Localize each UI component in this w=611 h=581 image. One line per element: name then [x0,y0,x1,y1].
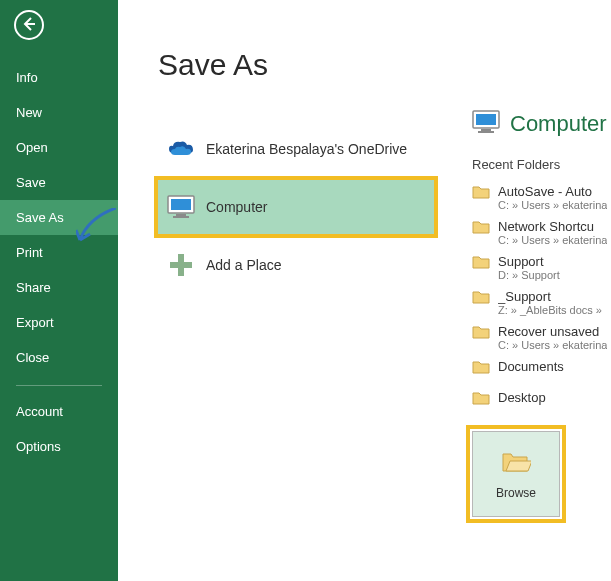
computer-header-icon [472,110,500,137]
recent-folder-item[interactable]: Desktop [472,386,611,413]
location-label: Add a Place [206,257,282,273]
recent-folder-item[interactable]: Documents [472,355,611,382]
nav-item-close[interactable]: Close [0,340,118,375]
computer-icon [156,195,206,219]
folder-icon [472,390,490,409]
onedrive-icon [156,140,206,158]
folder-icon [472,254,490,273]
recent-folders-label: Recent Folders [472,157,611,172]
nav-item-options[interactable]: Options [0,429,118,464]
nav-item-share[interactable]: Share [0,270,118,305]
back-arrow-icon [21,16,37,35]
nav-item-new[interactable]: New [0,95,118,130]
location-computer[interactable]: Computer [156,178,436,236]
folder-icon [472,219,490,238]
nav-item-info[interactable]: Info [0,60,118,95]
svg-rect-9 [478,131,494,133]
back-button[interactable] [14,10,44,40]
folder-icon [472,184,490,203]
computer-header: Computer [472,110,611,137]
computer-header-title: Computer [510,111,607,137]
computer-detail-pane: Computer Recent Folders AutoSave - Auto … [472,110,611,517]
location-label: Computer [206,199,267,215]
recent-folder-item[interactable]: _Support Z: » _AbleBits docs » [472,285,611,320]
save-locations-list: Ekaterina Bespalaya's OneDrive Computer … [156,120,436,294]
nav-item-save[interactable]: Save [0,165,118,200]
add-place-icon [156,252,206,278]
nav-item-open[interactable]: Open [0,130,118,165]
main-pane: Save As Ekaterina Bespalaya's OneDrive C… [118,0,611,581]
recent-folder-item[interactable]: Support D: » Support [472,250,611,285]
svg-rect-2 [176,214,186,216]
nav-item-print[interactable]: Print [0,235,118,270]
recent-folder-item[interactable]: AutoSave - Auto C: » Users » ekaterina [472,180,611,215]
folder-icon [472,324,490,343]
recent-folder-item[interactable]: Network Shortcu C: » Users » ekaterina [472,215,611,250]
svg-rect-5 [170,262,192,268]
folder-icon [472,359,490,378]
browse-button[interactable]: Browse [472,431,560,517]
svg-rect-3 [173,216,189,218]
svg-rect-7 [476,114,496,125]
recent-folder-item[interactable]: Recover unsaved C: » Users » ekaterina [472,320,611,355]
page-title: Save As [118,0,611,112]
backstage-sidebar: Info New Open Save Save As Print Share E… [0,0,118,581]
location-onedrive[interactable]: Ekaterina Bespalaya's OneDrive [156,120,436,178]
nav-item-export[interactable]: Export [0,305,118,340]
svg-rect-8 [481,129,491,131]
nav-item-save-as[interactable]: Save As [0,200,118,235]
svg-rect-1 [171,199,191,210]
folder-icon [472,289,490,308]
browse-label: Browse [496,486,536,500]
location-add-place[interactable]: Add a Place [156,236,436,294]
folder-open-icon [501,449,531,476]
nav-separator [16,385,102,386]
nav-item-account[interactable]: Account [0,394,118,429]
location-label: Ekaterina Bespalaya's OneDrive [206,141,407,157]
